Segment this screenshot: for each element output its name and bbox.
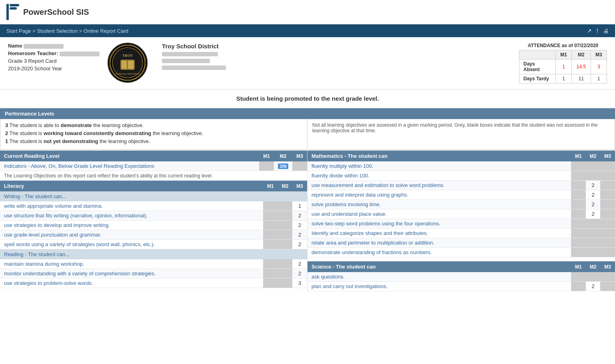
math-item-text: solve two-step word problems using the f… — [308, 219, 571, 229]
writing-subheader: Writing - The student can... — [0, 191, 307, 201]
literacy-item-text: use grade-level punctuation and grammar. — [0, 230, 263, 240]
school-info-redacted-3 — [162, 66, 226, 70]
absent-m1: 1 — [555, 60, 571, 74]
reading-note-row: The Learning Objectives on this report c… — [0, 171, 307, 181]
reading-level-header-row: Current Reading Level M1 M2 M3 — [0, 151, 307, 161]
w1-m1 — [263, 201, 278, 211]
science-m3-header: M3 — [600, 261, 615, 272]
attendance-title: ATTENDANCE as of 07/22/2020 — [519, 43, 607, 48]
tardy-m1: 1 — [555, 74, 571, 84]
teacher-name-redacted — [60, 52, 100, 56]
school-info-redacted-1 — [162, 52, 218, 56]
reading-subheader: Reading - The student can... — [0, 249, 307, 260]
perf-level-3: 3 The student is able to demonstrate the… — [5, 122, 302, 128]
svg-rect-1 — [10, 4, 19, 6]
performance-body: 3 The student is able to demonstrate the… — [0, 119, 615, 150]
powerschool-logo-icon — [6, 4, 19, 20]
w2-m3: 2 — [292, 211, 307, 221]
math-item-row: use measurement and estimation to solve … — [308, 181, 615, 190]
top-header: PowerSchool SIS — [0, 0, 615, 24]
literacy-item-text: use strategies to develop and improve wr… — [0, 221, 263, 230]
performance-header: Performance Levels — [0, 108, 615, 119]
tardy-m3: 1 — [591, 74, 607, 84]
grade-label: Grade 3 Report Card — [8, 58, 56, 64]
literacy-m2-header: M2 — [278, 181, 293, 191]
svg-text:SCHOOL DISTRICT: SCHOOL DISTRICT — [116, 72, 140, 76]
science-header-row: Science - The student can M1 M2 M3 — [308, 261, 615, 272]
m-time-m1 — [571, 200, 586, 209]
math-m2-header: M2 — [586, 151, 601, 161]
math-item-text: represent and interpret data using graph… — [308, 190, 571, 200]
indicator-m3 — [292, 161, 307, 171]
homeroom-label: Homeroom Teacher: — [8, 50, 58, 56]
w1-m3: 1 — [292, 201, 307, 211]
m-place-m1 — [571, 209, 586, 219]
name-label: Name — [8, 43, 22, 49]
left-col: Current Reading Level M1 M2 M3 Indicator… — [0, 151, 308, 291]
svg-text:TROY: TROY — [122, 54, 133, 58]
alert-icon[interactable]: ! — [597, 28, 598, 34]
print-icon[interactable]: 🖨 — [603, 28, 609, 34]
attendance-table: M1 M2 M3 DaysAbsent 1 14.5 3 Days Tardy … — [519, 50, 607, 84]
m-twostep-m2 — [586, 219, 601, 229]
school-logo-area: TROY SCHOOL DISTRICT — [108, 43, 148, 83]
svg-rect-9 — [128, 61, 134, 69]
literacy-header-label: Literacy — [0, 181, 263, 191]
m-multiply-m3 — [600, 161, 615, 171]
tardy-label: Days Tardy — [519, 74, 556, 84]
m-fractions-m2 — [586, 248, 601, 257]
math-m3-header: M3 — [600, 151, 615, 161]
reading-level-header-label: Current Reading Level — [0, 151, 259, 161]
student-details: Name Homeroom Teacher: Grade 3 Report Ca… — [8, 43, 100, 73]
math-header-row: Mathematics - The student can M1 M2 M3 — [308, 151, 615, 161]
reading-level-table: Current Reading Level M1 M2 M3 Indicator… — [0, 151, 307, 181]
r1-m1 — [263, 259, 278, 269]
perf-level-2: 2 The student is working toward consiste… — [5, 130, 302, 136]
student-name-row: Name — [8, 43, 100, 49]
science-item-text: plan and carry out investigations. — [308, 282, 571, 291]
w3-m3: 2 — [292, 221, 307, 230]
m-shapes-m3 — [600, 229, 615, 238]
performance-note: Not all learning objectives are assessed… — [312, 122, 598, 133]
literacy-item-text: use strategies to problem-solve words. — [0, 278, 263, 288]
math-item-text: fluently divide within 100. — [308, 171, 571, 181]
math-item-text: demonstrate understanding of fractions a… — [308, 248, 571, 257]
science-header-label: Science - The student can — [308, 261, 571, 272]
science-item-row: plan and carry out investigations. 2 — [308, 282, 615, 291]
homeroom-row: Homeroom Teacher: — [8, 50, 100, 56]
math-item-row: Identify and categorize shapes and their… — [308, 229, 615, 238]
literacy-item-row: spell words using a variety of strategie… — [0, 240, 307, 249]
attendance-col-m3: M3 — [591, 50, 607, 60]
w2-m2 — [278, 211, 293, 221]
indicator-label: Indicators - Above, On, Below Grade Leve… — [0, 161, 259, 171]
w5-m2 — [278, 240, 293, 249]
m-fractions-m3 — [600, 248, 615, 257]
literacy-item-row: use grade-level punctuation and grammar.… — [0, 230, 307, 240]
m-place-m2: 2 — [586, 209, 601, 219]
science-item-row: ask questions. — [308, 272, 615, 282]
perf-level-1: 1 The student is not yet demonstrating t… — [5, 138, 302, 144]
tardy-m2: 11 — [572, 74, 591, 84]
w5-m3: 2 — [292, 240, 307, 249]
m-area-m3 — [600, 238, 615, 248]
math-item-row: represent and interpret data using graph… — [308, 190, 615, 200]
m-divide-m1 — [571, 171, 586, 181]
s-ask-m2 — [586, 272, 601, 282]
indicator-m1 — [259, 161, 274, 171]
nav-bar: Start Page > Student Selection > Online … — [0, 24, 615, 37]
absent-label: DaysAbsent — [519, 60, 556, 74]
reading-level-m2-header: M2 — [274, 151, 293, 161]
r3-m2 — [278, 278, 293, 288]
literacy-item-text: write with appropriate volume and stamin… — [0, 201, 263, 211]
main-content: Current Reading Level M1 M2 M3 Indicator… — [0, 150, 615, 291]
school-info-redacted-2 — [162, 59, 210, 63]
grade-row: Grade 3 Report Card — [8, 58, 100, 64]
app-title: PowerSchool SIS — [23, 8, 89, 17]
m-multiply-m2 — [586, 161, 601, 171]
w3-m2 — [278, 221, 293, 230]
external-link-icon[interactable]: ↗ — [587, 28, 592, 34]
attendance-section: ATTENDANCE as of 07/22/2020 M1 M2 M3 Day… — [519, 43, 607, 84]
year-row: 2019-2020 School Year — [8, 66, 100, 72]
s-plan-m1 — [571, 282, 586, 291]
student-info-section: Name Homeroom Teacher: Grade 3 Report Ca… — [0, 37, 615, 90]
